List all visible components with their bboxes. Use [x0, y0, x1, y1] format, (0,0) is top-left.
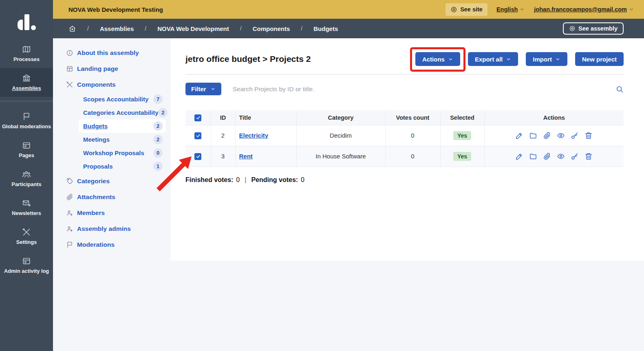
sidebar-item-admin-activity-log[interactable]: Admin activity log: [0, 251, 53, 280]
breadcrumb-item-assembly[interactable]: NOVA Web Development: [157, 25, 229, 32]
see-assembly-button[interactable]: See assembly: [563, 22, 624, 35]
breadcrumb-item-budgets[interactable]: Budgets: [313, 25, 338, 32]
paperclip-icon[interactable]: [543, 132, 551, 140]
breadcrumb-separator: /: [240, 25, 242, 32]
nav-item-about-assembly[interactable]: About this assembly: [53, 45, 171, 61]
count-badge: 2: [158, 108, 168, 117]
user-gear-icon: [66, 225, 73, 233]
eye-icon[interactable]: [557, 132, 565, 140]
finished-votes-value: 0: [236, 176, 240, 184]
see-site-link[interactable]: See site: [446, 3, 487, 16]
nav-item-label: About this assembly: [77, 49, 139, 57]
count-badge: 2: [153, 135, 163, 144]
key-icon[interactable]: [571, 152, 579, 160]
export-all-button[interactable]: Export all: [468, 52, 518, 66]
eye-icon[interactable]: [557, 152, 565, 160]
select-all-checkbox[interactable]: [194, 114, 201, 121]
finished-votes-label: Finished votes:: [185, 176, 233, 184]
column-header-title: Title: [235, 110, 296, 125]
table-row: 2 Electricity Decidim 0 Yes: [185, 125, 624, 146]
breadcrumb: / Assemblies / NOVA Web Development / Co…: [53, 19, 644, 38]
language-dropdown[interactable]: English: [496, 6, 525, 13]
projects-table: ID Title Category Votes count Selected A…: [185, 110, 624, 167]
cell-id: 3: [211, 146, 235, 167]
sidebar-item-processes[interactable]: Processes: [0, 39, 53, 68]
see-site-label: See site: [460, 6, 483, 13]
import-button[interactable]: Import: [526, 52, 567, 66]
sidebar-item-label: Participants: [11, 181, 41, 187]
flag-icon: [66, 241, 73, 248]
breadcrumb-item-assemblies[interactable]: Assemblies: [100, 25, 134, 32]
nav-item-label: Assembly admins: [77, 225, 131, 233]
breadcrumb-item-components[interactable]: Components: [253, 25, 290, 32]
trash-icon[interactable]: [584, 152, 593, 160]
search-input[interactable]: [233, 86, 609, 93]
count-badge: 2: [153, 121, 163, 131]
sidebar-item-settings[interactable]: Settings: [0, 222, 53, 251]
table-header-row: ID Title Category Votes count Selected A…: [185, 110, 624, 125]
sidebar-item-label: Admin activity log: [4, 268, 49, 274]
paperclip-icon: [66, 193, 73, 201]
sidebar-item-global-moderations[interactable]: Global moderations: [0, 106, 53, 135]
project-title-link[interactable]: Electricity: [239, 132, 269, 139]
nav-subitem-meetings[interactable]: Meetings 2: [79, 133, 166, 146]
paperclip-icon[interactable]: [543, 152, 551, 160]
nav-item-components[interactable]: Components: [53, 77, 171, 92]
pending-votes-value: 0: [301, 176, 304, 184]
user-email: johan.francocampos@gmail.com: [534, 6, 627, 13]
nav-subitem-categories-accountability[interactable]: Categories Accountability 2: [79, 106, 166, 119]
nav-subitem-scopes-accountability[interactable]: Scopes Accountability 7: [79, 92, 166, 106]
sidebar-item-participants[interactable]: Participants: [0, 164, 53, 193]
nav-item-label: Members: [77, 209, 105, 217]
main-content: jetro office budget > Projects 2 Actions…: [171, 38, 644, 261]
row-checkbox[interactable]: [194, 153, 201, 160]
header-divider: [185, 74, 624, 75]
sidebar-item-newsletters[interactable]: Newsletters: [0, 193, 53, 222]
column-header-category: Category: [296, 110, 385, 125]
nav-item-assembly-admins[interactable]: Assembly admins: [53, 221, 171, 237]
tag-icon: [66, 178, 73, 185]
nav-subitem-label: Meetings: [83, 136, 110, 143]
sidebar-item-pages[interactable]: Pages: [0, 135, 53, 164]
nav-item-members[interactable]: Members: [53, 205, 171, 221]
logo-shape: [24, 14, 29, 30]
nav-item-moderations[interactable]: Moderations: [53, 237, 171, 252]
export-all-button-label: Export all: [475, 56, 503, 63]
nav-subitem-proposals[interactable]: Proposals 1: [79, 160, 166, 173]
sidebar-item-label: Pages: [19, 152, 34, 158]
row-checkbox[interactable]: [194, 132, 201, 139]
decidim-logo[interactable]: [0, 0, 53, 39]
key-icon[interactable]: [571, 132, 579, 140]
folder-icon[interactable]: [529, 152, 537, 160]
nav-subitem-label: Scopes Accountability: [83, 96, 148, 103]
chevron-down-icon: [629, 7, 634, 12]
nav-item-landing-page[interactable]: Landing page: [53, 61, 171, 77]
new-project-button[interactable]: New project: [575, 52, 624, 66]
column-header-selected: Selected: [440, 110, 484, 125]
sidebar-item-assemblies[interactable]: Assemblies: [0, 68, 53, 97]
pencil-icon[interactable]: [515, 132, 523, 140]
pencil-icon[interactable]: [515, 152, 523, 160]
folder-icon[interactable]: [529, 132, 537, 140]
search-button[interactable]: [615, 85, 624, 93]
user-menu-dropdown[interactable]: johan.francocampos@gmail.com: [534, 6, 634, 13]
chevron-down-icon: [210, 86, 216, 92]
actions-button[interactable]: Actions: [415, 52, 460, 66]
nav-item-label: Landing page: [77, 65, 118, 72]
project-title-link[interactable]: Rent: [239, 153, 253, 160]
pending-votes-label: Pending votes:: [251, 176, 298, 184]
nav-item-categories[interactable]: Categories: [53, 173, 171, 189]
home-icon[interactable]: [68, 25, 76, 33]
actions-button-label: Actions: [422, 56, 445, 63]
nav-item-label: Moderations: [77, 241, 115, 248]
user-gear-icon: [66, 209, 73, 217]
column-header-id: ID: [211, 110, 235, 125]
nav-subitem-budgets[interactable]: Budgets 2: [79, 119, 166, 133]
nav-item-attachments[interactable]: Attachments: [53, 189, 171, 205]
sidebar-item-label: Newsletters: [12, 210, 41, 216]
trash-icon[interactable]: [584, 132, 593, 140]
sidebar-divider: [0, 101, 53, 101]
cell-category: In House Software: [296, 146, 385, 167]
filter-button[interactable]: Filter: [185, 83, 221, 95]
nav-subitem-workshop-proposals[interactable]: Workshop Proposals 0: [79, 146, 166, 160]
